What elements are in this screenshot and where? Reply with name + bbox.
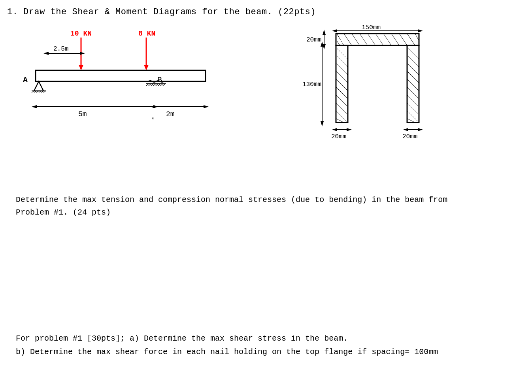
svg-line-65 <box>336 95 348 107</box>
svg-line-45 <box>360 34 368 45</box>
page: 1. Draw the Shear & Moment Diagrams for … <box>0 0 532 392</box>
svg-marker-90 <box>418 128 423 131</box>
svg-text:*: * <box>151 117 155 124</box>
svg-line-73 <box>407 71 419 83</box>
problem1-header: 1. Draw the Shear & Moment Diagrams for … <box>7 7 316 17</box>
svg-marker-29 <box>32 105 37 108</box>
svg-line-46 <box>368 34 375 45</box>
svg-marker-39 <box>418 29 423 32</box>
svg-marker-55 <box>323 30 326 35</box>
svg-text:130mm: 130mm <box>302 81 321 88</box>
beam-diagram: 10 KN 8 KN 2.5m A <box>12 24 233 142</box>
svg-marker-33 <box>150 105 155 108</box>
svg-marker-6 <box>80 52 85 55</box>
problem2-section: Determine the max tension and compressio… <box>16 194 447 219</box>
problem2-line1: Determine the max tension and compressio… <box>16 194 447 206</box>
svg-line-62 <box>336 71 348 83</box>
svg-marker-1 <box>79 65 83 70</box>
svg-text:5m: 5m <box>78 110 87 118</box>
svg-line-59 <box>336 47 348 59</box>
force2-label: 8 KN <box>138 30 155 38</box>
svg-text:20mm: 20mm <box>306 36 321 43</box>
svg-line-76 <box>407 95 419 107</box>
problem3-section: For problem #1 [30pts]; a) Determine the… <box>16 332 438 359</box>
svg-line-60 <box>336 55 348 67</box>
svg-line-78 <box>407 111 419 122</box>
svg-line-49 <box>391 34 399 45</box>
svg-marker-10 <box>34 81 43 91</box>
problem2-line2: Problem #1. (24 pts) <box>16 206 447 219</box>
svg-line-67 <box>336 111 348 122</box>
svg-line-75 <box>407 87 419 99</box>
svg-marker-3 <box>144 65 149 70</box>
svg-line-77 <box>407 103 419 115</box>
svg-line-47 <box>375 34 383 45</box>
cross-section-diagram: 150mm 20mm <box>300 24 466 146</box>
svg-marker-38 <box>332 29 337 32</box>
svg-line-74 <box>407 79 419 91</box>
svg-line-61 <box>336 63 348 75</box>
svg-rect-8 <box>36 70 206 81</box>
svg-line-72 <box>407 63 419 75</box>
svg-line-63 <box>336 79 348 91</box>
svg-marker-34 <box>204 105 209 108</box>
svg-text:20mm: 20mm <box>402 133 417 140</box>
svg-line-66 <box>336 103 348 115</box>
svg-marker-86 <box>347 128 352 131</box>
svg-text:150mm: 150mm <box>362 24 381 31</box>
force1-label: 10 KN <box>70 30 92 38</box>
svg-marker-85 <box>332 128 337 131</box>
svg-text:2.5m: 2.5m <box>53 45 68 53</box>
svg-line-43 <box>344 34 352 45</box>
svg-line-64 <box>336 87 348 99</box>
svg-line-42 <box>337 34 344 45</box>
svg-text:2m: 2m <box>166 110 175 118</box>
svg-line-50 <box>399 34 407 45</box>
svg-marker-89 <box>403 128 408 131</box>
svg-line-51 <box>407 34 415 45</box>
problem3-line1: For problem #1 [30pts]; a) Determine the… <box>16 332 438 345</box>
svg-text:A: A <box>23 75 28 85</box>
svg-line-44 <box>352 34 360 45</box>
svg-line-71 <box>407 55 419 67</box>
svg-marker-5 <box>43 52 49 55</box>
svg-text:B: B <box>157 75 162 85</box>
svg-rect-41 <box>336 34 419 45</box>
svg-line-53 <box>337 41 340 45</box>
svg-text:20mm: 20mm <box>331 133 346 140</box>
svg-marker-82 <box>321 121 324 126</box>
svg-line-48 <box>383 34 391 45</box>
problem3-line2: b) Determine the max shear force in each… <box>16 345 438 359</box>
svg-line-70 <box>407 47 419 59</box>
